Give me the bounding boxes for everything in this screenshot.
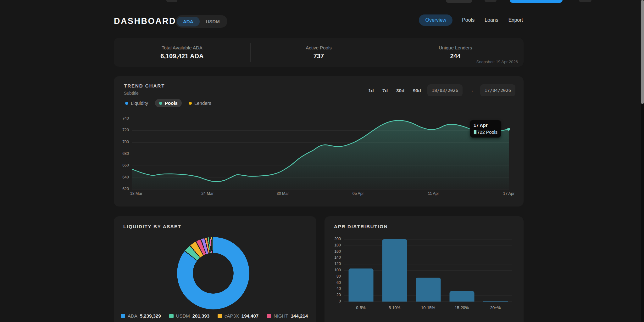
y-tick-label: 180 xyxy=(325,243,341,247)
apr-bar-0-5%[interactable] xyxy=(348,268,373,302)
date-range-arrow-icon: → xyxy=(469,88,474,93)
legend-item-liquidity[interactable]: Liquidity xyxy=(123,99,151,107)
trend-chart-card: TREND CHART Subtitle LiquidityPoolsLende… xyxy=(114,76,524,206)
y-tick-label: 0 xyxy=(325,299,341,303)
page-container: DASHBOARD ADAUSDM OverviewPoolsLoansExpo… xyxy=(114,0,524,322)
stat-label: Active Pools xyxy=(251,45,387,50)
toggle-option-usdm[interactable]: USDM xyxy=(200,17,226,26)
legend-label: Pools xyxy=(165,100,178,106)
y-tick-label: 80 xyxy=(325,274,341,279)
range-group: 1d7d30d90d xyxy=(368,88,421,93)
legend-dot-icon xyxy=(189,102,192,105)
stat-item: Unique Lenders244 xyxy=(387,43,524,62)
x-tick-label: 17 Apr xyxy=(503,191,514,196)
tooltip-date: 17 Apr xyxy=(474,123,497,128)
date-to-input[interactable]: 17/04/2026 xyxy=(480,84,515,96)
gridline xyxy=(344,246,512,246)
x-tick-label: 30 Mar xyxy=(277,191,289,196)
y-tick-label: 700 xyxy=(114,140,129,144)
legend-asset-label: USDM xyxy=(176,313,190,319)
toggle-option-ada[interactable]: ADA xyxy=(177,17,200,26)
page-title: DASHBOARD xyxy=(114,16,176,26)
date-from-input[interactable]: 18/03/2026 xyxy=(427,84,463,96)
legend-asset-value: 201,393 xyxy=(192,313,209,319)
x-tick-label: 20+% xyxy=(490,305,501,310)
x-tick-label: 0-5% xyxy=(356,305,365,310)
liquidity-by-asset-card: LIQUIDITY BY ASSET ADA5,239,329USDM201,3… xyxy=(114,216,316,322)
legend-label: Liquidity xyxy=(131,100,148,106)
range-button-7d[interactable]: 7d xyxy=(382,88,388,93)
header: DASHBOARD ADAUSDM OverviewPoolsLoansExpo… xyxy=(114,13,524,29)
liquidity-legend-item-usdm: USDM201,393 xyxy=(169,313,209,319)
trend-area-fill xyxy=(132,121,509,189)
nav-item-loans[interactable]: Loans xyxy=(484,14,499,26)
asset-toggle: ADAUSDM xyxy=(175,15,227,28)
legend-asset-label: cAP3X xyxy=(225,313,239,319)
y-tick-label: 100 xyxy=(325,268,341,272)
gridline xyxy=(344,264,512,264)
legend-asset-label: NIGHT xyxy=(274,313,288,319)
gridline xyxy=(344,302,512,302)
legend-swatch-icon xyxy=(267,314,271,318)
y-tick-label: 620 xyxy=(114,187,129,191)
chart-tooltip: 17 Apr 722 Pools xyxy=(470,120,501,138)
liquidity-legend-item-night: NIGHT144,214 xyxy=(267,313,308,319)
nav-item-export[interactable]: Export xyxy=(508,14,524,26)
y-tick-label: 40 xyxy=(325,286,341,291)
trend-chart-title: TREND CHART xyxy=(124,83,165,88)
y-tick-label: 660 xyxy=(114,163,129,167)
y-tick-label: 680 xyxy=(114,151,129,156)
gridline xyxy=(132,189,509,189)
nav-item-overview[interactable]: Overview xyxy=(419,14,452,26)
stat-label: Unique Lenders xyxy=(387,45,524,50)
y-tick-label: 140 xyxy=(325,255,341,260)
x-tick-label: 10-15% xyxy=(421,305,435,310)
topbar-partial-circle-2[interactable] xyxy=(579,0,591,2)
x-tick-label: 15-20% xyxy=(455,305,469,310)
stat-value: 244 xyxy=(387,53,524,60)
apr-bar-plot[interactable] xyxy=(344,239,512,302)
legend-item-lenders[interactable]: Lenders xyxy=(186,99,214,107)
y-tick-label: 200 xyxy=(325,237,341,241)
apr-bar-15-20%[interactable] xyxy=(449,291,474,302)
x-tick-label: 24 Mar xyxy=(201,191,214,196)
range-button-90d[interactable]: 90d xyxy=(413,88,421,93)
y-tick-label: 160 xyxy=(325,249,341,254)
gridline xyxy=(344,252,512,252)
apr-bar-10-15%[interactable] xyxy=(416,278,441,302)
x-tick-label: 18 Mar xyxy=(130,191,142,196)
liquidity-donut-chart[interactable] xyxy=(177,237,249,309)
y-tick-label: 720 xyxy=(114,128,129,132)
liquidity-card-title: LIQUIDITY BY ASSET xyxy=(123,224,181,229)
trend-plot-area[interactable] xyxy=(132,119,509,189)
stats-row: Total Available ADA6,109,421 ADAActive P… xyxy=(114,38,524,67)
apr-distribution-card: APR DISTRIBUTION 02040608010012014016018… xyxy=(325,216,524,322)
legend-asset-label: ADA xyxy=(128,313,137,319)
scrollbar-thumb[interactable] xyxy=(641,0,644,104)
gridline xyxy=(344,258,512,258)
stat-value: 737 xyxy=(251,53,387,60)
stat-item: Total Available ADA6,109,421 ADA xyxy=(114,43,251,62)
x-tick-label: 05 Apr xyxy=(353,191,364,196)
y-tick-label: 740 xyxy=(114,116,129,121)
snapshot-label: Snapshot: 19 Apr 2026 xyxy=(476,59,518,64)
trend-last-point-marker xyxy=(507,128,510,131)
liquidity-legend-item-ada: ADA5,239,329 xyxy=(121,313,161,319)
apr-bar-5-10%[interactable] xyxy=(382,239,407,302)
legend-item-pools[interactable]: Pools xyxy=(155,99,182,107)
legend-swatch-icon xyxy=(121,314,125,318)
range-button-1d[interactable]: 1d xyxy=(368,88,374,93)
trend-legend: LiquidityPoolsLenders xyxy=(123,99,214,107)
y-tick-label: 20 xyxy=(325,293,341,297)
y-tick-label: 120 xyxy=(325,262,341,266)
x-tick-label: 11 Apr xyxy=(428,191,439,196)
nav-item-pools[interactable]: Pools xyxy=(461,14,475,26)
legend-dot-icon xyxy=(159,102,162,105)
liquidity-legend: ADA5,239,329USDM201,393cAP3X194,407NIGHT… xyxy=(121,313,308,319)
trend-line-chart xyxy=(132,119,509,189)
y-tick-label: 640 xyxy=(114,175,129,179)
stat-item: Active Pools737 xyxy=(251,43,387,62)
apr-bar-20+%[interactable] xyxy=(483,301,508,302)
range-button-30d[interactable]: 30d xyxy=(396,88,404,93)
liquidity-legend-item-cap3x: cAP3X194,407 xyxy=(218,313,258,319)
